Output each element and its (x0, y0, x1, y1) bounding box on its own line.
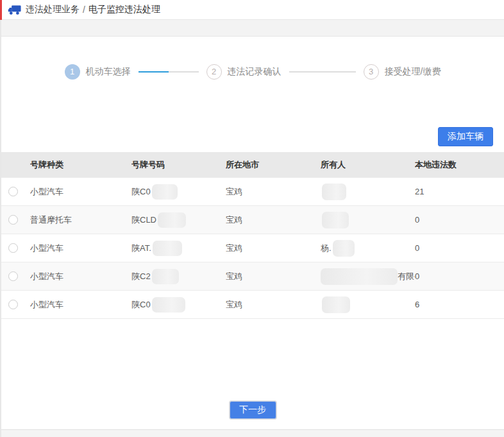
column-header-owner: 所有人 (321, 159, 415, 171)
table-header-row: 号牌种类 号牌号码 所在地市 所有人 本地违法数 (1, 152, 504, 178)
column-header-violation-count: 本地违法数 (415, 159, 504, 171)
step-1-label: 机动车选择 (86, 66, 131, 78)
next-button-row: 下一步 (1, 401, 504, 419)
next-step-button[interactable]: 下一步 (230, 401, 276, 419)
violation-count: 0 (415, 243, 504, 253)
redacted-blob (158, 212, 186, 228)
breadcrumb-bar: 违法处理业务 / 电子监控违法处理 (1, 0, 504, 20)
plate-type: 普通摩托车 (30, 214, 131, 226)
truck-icon (8, 4, 21, 15)
violation-count: 6 (415, 300, 504, 309)
connector-progress-segment (139, 71, 169, 73)
step-wizard: 1 机动车选择 2 违法记录确认 3 接受处理/缴费 (1, 64, 504, 80)
step-connector-1 (139, 71, 199, 73)
redacted-blob (322, 212, 349, 228)
vehicle-radio[interactable] (8, 243, 18, 253)
vehicle-radio[interactable] (8, 187, 18, 196)
page-background-gap (1, 20, 504, 36)
redacted-blob (333, 240, 355, 257)
breadcrumb-current-page: 电子监控违法处理 (88, 4, 160, 15)
plate-number: 陕C0 (131, 297, 226, 313)
owner: 有限公... (321, 268, 415, 285)
main-card: 1 机动车选择 2 违法记录确认 3 接受处理/缴费 添加车辆 号牌种类 号牌号… (1, 36, 504, 430)
violation-count: 0 (415, 271, 504, 281)
step-2-circle: 2 (206, 64, 222, 80)
violation-count: 21 (415, 187, 504, 196)
connector-gray-segment (289, 71, 356, 73)
plate-type: 小型汽车 (30, 243, 131, 254)
column-header-city: 所在地市 (226, 159, 321, 171)
plate-type: 小型汽车 (30, 271, 131, 282)
plate-number: 陕C2 (131, 269, 226, 284)
step-1-circle: 1 (65, 64, 80, 80)
column-header-plate-number: 号牌号码 (131, 159, 226, 171)
step-2-label: 违法记录确认 (228, 66, 281, 78)
redacted-blob (153, 241, 182, 256)
plate-type: 小型汽车 (30, 186, 131, 198)
table-row: 小型汽车 陕C0 宝鸡 21 (1, 178, 504, 206)
table-row: 小型汽车 陕AT. 宝鸡 杨. 0 (1, 234, 504, 262)
vehicle-radio[interactable] (8, 271, 18, 281)
redacted-blob (152, 269, 179, 284)
step-3-circle: 3 (364, 64, 379, 80)
city: 宝鸡 (226, 243, 321, 254)
redacted-blob (152, 184, 178, 200)
plate-number: 陕AT. (131, 241, 226, 256)
owner (321, 184, 415, 200)
vehicle-radio[interactable] (8, 300, 18, 309)
table-row: 小型汽车 陕C0 宝鸡 6 (1, 291, 504, 319)
step-3-label: 接受处理/缴费 (385, 66, 441, 78)
violation-count: 0 (415, 215, 504, 225)
redacted-blob (321, 268, 398, 285)
connector-rest-segment (169, 71, 199, 73)
breadcrumb-separator: / (83, 4, 85, 15)
city: 宝鸡 (226, 214, 321, 226)
owner: 杨. (321, 240, 415, 257)
page: 违法处理业务 / 电子监控违法处理 1 机动车选择 2 违法记录确认 3 接受处… (0, 0, 504, 437)
redacted-blob (322, 296, 350, 313)
table-row: 小型汽车 陕C2 宝鸡 有限公... 0 (1, 262, 504, 291)
city: 宝鸡 (226, 271, 321, 282)
column-header-plate-type: 号牌种类 (30, 159, 131, 171)
redacted-blob (152, 297, 185, 313)
plate-number: 陕C0 (131, 184, 226, 200)
step-connector-2 (289, 71, 356, 73)
vehicle-table: 号牌种类 号牌号码 所在地市 所有人 本地违法数 小型汽车 陕C0 宝鸡 21 … (1, 152, 504, 319)
redacted-blob (322, 184, 346, 200)
city: 宝鸡 (226, 186, 321, 198)
plate-type: 小型汽车 (30, 299, 131, 311)
add-vehicle-button[interactable]: 添加车辆 (438, 127, 493, 146)
table-row: 普通摩托车 陕CLD 宝鸡 0 (1, 206, 504, 234)
owner (321, 212, 415, 228)
vehicle-radio[interactable] (8, 215, 18, 225)
breadcrumb-section[interactable]: 违法处理业务 (26, 4, 80, 15)
city: 宝鸡 (226, 299, 321, 311)
plate-number: 陕CLD (131, 212, 226, 228)
red-accent-bar (0, 0, 2, 20)
owner (321, 296, 415, 313)
